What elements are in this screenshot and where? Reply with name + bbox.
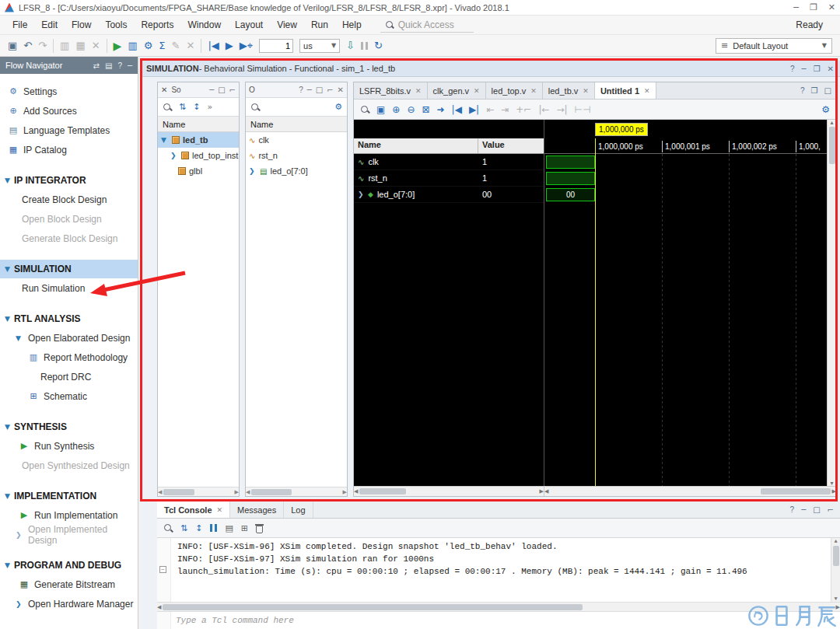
save-waveform-icon[interactable]: ▣	[376, 105, 385, 114]
close-panel-icon[interactable]: ✕	[828, 65, 834, 73]
settings-gear-icon[interactable]: ⚙	[144, 40, 153, 51]
pause-output-icon[interactable]	[210, 524, 217, 532]
close-tab-icon[interactable]: ✕	[583, 87, 589, 95]
close-tab-icon[interactable]: ✕	[217, 506, 223, 514]
scrollbar-thumb[interactable]	[359, 488, 406, 494]
console-vscrollbar[interactable]: ▲ ▼	[831, 538, 840, 602]
scroll-left-icon[interactable]: ◀	[246, 489, 250, 495]
options-icon[interactable]: ▤	[105, 61, 112, 70]
gear-icon[interactable]: ⚙	[334, 102, 342, 112]
sidebar-section-simulation[interactable]: ▼ SIMULATION	[0, 260, 138, 278]
scope-item-led-tb[interactable]: ▼ led_tb	[158, 132, 239, 148]
paste-icon[interactable]: ▦	[75, 40, 85, 51]
scroll-down-icon[interactable]: ▼	[829, 480, 835, 486]
maximize-panel-icon[interactable]: □	[218, 86, 225, 94]
tcl-command-input[interactable]	[171, 616, 840, 625]
help-icon[interactable]: ?	[790, 65, 795, 73]
close-tab-icon[interactable]: ✕	[474, 87, 480, 95]
go-to-cursor-icon[interactable]: ➜	[437, 105, 445, 114]
zoom-in-icon[interactable]: ⊕	[392, 105, 400, 114]
float-panel-icon[interactable]: ⌐	[828, 505, 834, 514]
sidebar-item-add-sources[interactable]: ⊕ Add Sources	[0, 101, 138, 121]
search-icon[interactable]	[360, 105, 369, 114]
scroll-left-icon[interactable]: ◀	[157, 604, 161, 610]
delete-icon[interactable]: ✕	[92, 40, 100, 51]
scrollbar-thumb[interactable]	[163, 489, 194, 495]
float-panel-icon[interactable]: ❐	[811, 86, 818, 95]
sim-break-icon[interactable]	[361, 42, 368, 50]
close-tab-icon[interactable]: ✕	[644, 87, 650, 95]
sidebar-item-report-methodology[interactable]: ▥ Report Methodology	[0, 348, 138, 367]
wave-vscrollbar[interactable]: ▲ ▼	[827, 120, 836, 486]
scroll-right-icon[interactable]: ▶	[235, 489, 239, 495]
help-icon[interactable]: ?	[790, 505, 795, 514]
go-to-end-icon[interactable]: ▶|	[469, 105, 479, 114]
sidebar-item-settings[interactable]: ⚙ Settings	[0, 82, 138, 101]
console-lines[interactable]: INFO: [USF-XSim-96] XSim completed. Desi…	[171, 538, 831, 602]
simulation-time-input[interactable]	[259, 39, 293, 53]
sidebar-section-synthesis[interactable]: ▼ SYNTHESIS	[0, 418, 138, 436]
tab-tcl-console[interactable]: Tcl Console ✕	[157, 501, 230, 518]
zoom-out-icon[interactable]: ⊖	[407, 105, 415, 114]
close-icon[interactable]: ✕	[828, 2, 835, 12]
zoom-fit-icon[interactable]: ⊠	[422, 105, 429, 114]
sidebar-item-run-implementation[interactable]: ▶ Run Implementation	[0, 505, 138, 525]
scope-item-glbl[interactable]: glbl	[158, 163, 239, 179]
layout-selector[interactable]: ≡ Default Layout ▼	[716, 38, 832, 54]
tab-clk-gen[interactable]: clk_gen.v ✕	[428, 82, 486, 99]
sidebar-item-open-hardware-manager[interactable]: ❯ Open Hardware Manager	[0, 594, 138, 613]
sidebar-item-open-elaborated-design[interactable]: ▼ Open Elaborated Design	[0, 328, 138, 348]
previous-transition-icon[interactable]: ⇤	[486, 105, 494, 114]
wave-hscrollbar[interactable]: ◀ ▶ ◀ ▶	[354, 486, 836, 496]
wave-settings-gear-icon[interactable]: ⚙	[821, 105, 830, 114]
help-icon[interactable]: ?	[117, 61, 122, 70]
scroll-down-icon[interactable]: ▼	[834, 596, 837, 602]
maximize-panel-icon[interactable]: □	[824, 86, 831, 95]
wave-cursor-line[interactable]	[595, 138, 596, 486]
scrollbar-thumb[interactable]	[251, 489, 292, 495]
scroll-left-icon[interactable]: ◀	[354, 488, 358, 494]
help-icon[interactable]: ?	[800, 86, 805, 95]
tab-messages[interactable]: Messages	[230, 501, 284, 518]
objects-hscrollbar[interactable]: ◀ ▶	[246, 487, 347, 496]
sidebar-section-rtl-analysis[interactable]: ▼ RTL ANALYSIS	[0, 309, 138, 328]
scroll-up-icon[interactable]: ▲	[829, 120, 835, 125]
scroll-up-icon[interactable]: ▲	[834, 538, 837, 544]
tab-untitled-1[interactable]: Untitled 1 ✕	[595, 82, 656, 99]
menu-tools[interactable]: Tools	[99, 17, 133, 33]
maximize-panel-icon[interactable]: □	[813, 505, 820, 514]
scrollbar-thumb[interactable]	[829, 127, 835, 164]
maximize-panel-icon[interactable]: □	[316, 86, 323, 94]
copy-icon[interactable]: ▥	[60, 40, 69, 51]
close-tab-icon[interactable]: ✕	[530, 87, 537, 95]
sidebar-item-run-synthesis[interactable]: ▶ Run Synthesis	[0, 436, 138, 456]
quick-access-search[interactable]: Quick Access	[380, 18, 474, 33]
overflow-icon[interactable]: »	[207, 102, 212, 112]
scrollbar-thumb[interactable]	[163, 604, 583, 610]
sim-restart-icon[interactable]: |◀	[208, 40, 219, 51]
word-wrap-icon[interactable]: ⊞	[241, 523, 248, 533]
sidebar-section-ip-integrator[interactable]: ▼ IP INTEGRATOR	[0, 171, 138, 190]
close-panel-icon[interactable]: ✕	[161, 86, 167, 94]
scope-hscrollbar[interactable]: ◀ ▶	[158, 487, 239, 496]
sidebar-section-program-and-debug[interactable]: ▼ PROGRAM AND DEBUG	[0, 556, 138, 575]
scroll-left-icon[interactable]: ◀	[158, 489, 162, 495]
time-unit-select[interactable]: us ▼	[299, 39, 340, 53]
clear-console-icon[interactable]	[256, 526, 263, 533]
tab-lsfr-8bits[interactable]: LSFR_8bits.v ✕	[354, 82, 428, 99]
tab-led-top[interactable]: led_top.v ✕	[486, 82, 543, 99]
previous-marker-icon[interactable]: |←	[538, 105, 549, 114]
collapse-all-icon[interactable]: ⇄	[93, 61, 100, 70]
undo-icon[interactable]: ↶	[23, 40, 32, 51]
scroll-right-icon[interactable]: ▶	[832, 488, 836, 494]
float-panel-icon[interactable]: ⌐	[229, 86, 236, 94]
sidebar-item-open-implemented-design[interactable]: ❯ Open Implemented Design	[0, 525, 138, 544]
sidebar-item-run-simulation[interactable]: Run Simulation	[0, 278, 138, 298]
chevron-down-icon[interactable]: ▼	[161, 136, 169, 144]
sidebar-item-language-templates[interactable]: ▤ Language Templates	[0, 121, 138, 140]
menu-layout[interactable]: Layout	[229, 17, 269, 33]
minimize-panel-icon[interactable]: ─	[128, 61, 132, 70]
search-icon[interactable]	[163, 103, 172, 112]
go-to-start-icon[interactable]: |◀	[452, 105, 462, 114]
wave-value-column-header[interactable]: Value	[478, 138, 544, 153]
